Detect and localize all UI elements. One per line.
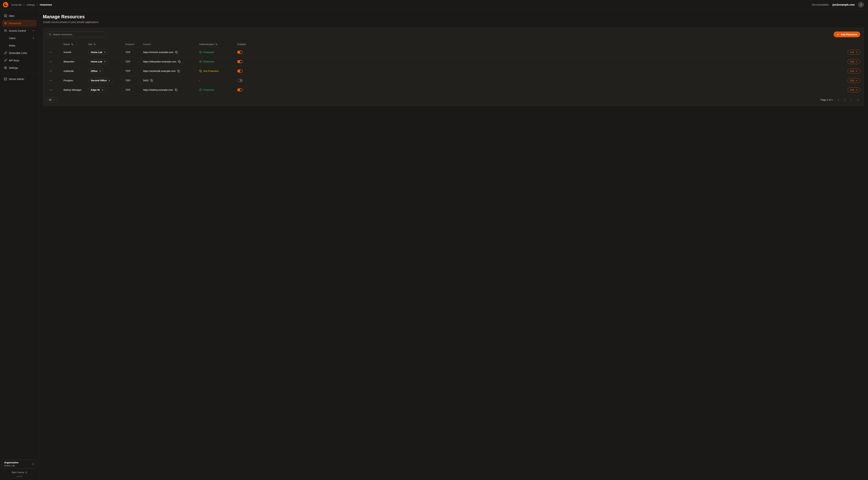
toggle-knob — [240, 70, 242, 72]
site-link-button[interactable]: Edge 01 — [88, 87, 106, 92]
next-page-button[interactable] — [849, 97, 854, 102]
edit-button[interactable]: Edit — [847, 50, 860, 55]
copy-icon — [177, 70, 180, 72]
app-logo-icon[interactable] — [3, 2, 9, 8]
breadcrumb-settings[interactable]: settings — [26, 3, 35, 6]
previous-page-button[interactable] — [842, 97, 847, 102]
toggle-knob — [238, 79, 240, 82]
copy-button[interactable] — [175, 51, 178, 54]
user-email[interactable]: joe@example.com — [832, 3, 855, 6]
chevron-right-icon — [32, 37, 35, 39]
copy-button[interactable] — [175, 89, 177, 91]
sidebar-item-access-control[interactable]: Access Control — [2, 27, 37, 34]
shield-check-icon — [199, 89, 202, 91]
chevron-right-icon — [23, 4, 25, 6]
site-link-button[interactable]: Second Office — [88, 78, 113, 83]
column-header-protocol: Protocol — [125, 43, 134, 46]
shield-check-icon — [199, 60, 202, 63]
row-menu-button[interactable] — [49, 60, 52, 63]
documentation-link[interactable]: Documentation — [812, 3, 829, 6]
sidebar-item-server-admin[interactable]: Server Admin — [2, 76, 37, 82]
breadcrumb-org[interactable]: home-lab — [11, 3, 22, 6]
enabled-toggle[interactable] — [237, 51, 243, 54]
access-url: https://authentik.example.com — [143, 70, 176, 72]
copy-icon — [175, 89, 177, 91]
sidebar-item-label: Shareable Links — [9, 52, 27, 55]
edit-button[interactable]: Edit — [847, 69, 860, 73]
search-input[interactable] — [53, 33, 104, 36]
sort-icon — [71, 43, 73, 46]
table-body: Immich Home Lab TCP https://immich.examp… — [47, 48, 860, 95]
enabled-toggle[interactable] — [237, 69, 243, 72]
site-link-button[interactable]: Home Lab — [88, 59, 108, 64]
sidebar: Sites Resources Access Control Users Rol… — [0, 9, 39, 157]
column-header-name[interactable]: Name — [63, 43, 73, 46]
sidebar-item-sites[interactable]: Sites — [2, 12, 37, 19]
auth-status: Protected — [199, 89, 214, 91]
sidebar-item-label: Roles — [9, 44, 16, 47]
arrow-up-right-icon — [99, 70, 101, 72]
plus-icon — [837, 33, 839, 36]
chevron-right-icon — [36, 4, 38, 6]
resources-card: Add Resource Name Site Protocol Access A… — [43, 28, 864, 106]
first-page-button[interactable] — [836, 97, 841, 102]
protocol-value: TCP — [125, 60, 143, 63]
resource-name: Authentik — [63, 70, 88, 72]
arrow-right-icon — [855, 70, 858, 72]
access-url: https://immich.example.com — [143, 51, 173, 54]
column-header-authentication[interactable]: Authentication — [199, 43, 218, 46]
table-row: Bitwarden Home Lab TCP https://bitwarden… — [47, 57, 860, 66]
key-icon — [4, 59, 7, 62]
shield-off-icon — [199, 70, 202, 72]
sidebar-item-label: Users — [9, 37, 16, 40]
sidebar-item-roles[interactable]: Roles — [2, 42, 37, 49]
sidebar-item-users[interactable]: Users — [2, 35, 37, 41]
edit-button[interactable]: Edit — [847, 87, 860, 92]
sidebar-item-resources[interactable]: Resources — [2, 20, 37, 27]
sidebar-divider — [0, 73, 39, 73]
enabled-toggle[interactable] — [237, 79, 243, 82]
search-box — [47, 31, 106, 37]
enabled-toggle[interactable] — [237, 60, 243, 63]
row-menu-button[interactable] — [49, 69, 52, 72]
users-icon — [4, 29, 7, 32]
column-header-site[interactable]: Site — [88, 43, 96, 46]
enabled-toggle[interactable] — [237, 88, 243, 91]
page-size-select[interactable]: 20 — [47, 97, 58, 102]
breadcrumb-current: resources — [40, 3, 52, 6]
chevrons-right-icon — [857, 99, 859, 101]
toggle-knob — [240, 89, 242, 91]
site-link-button[interactable]: Office — [88, 68, 104, 74]
add-resource-button[interactable]: Add Resource — [834, 31, 860, 37]
sort-icon — [215, 43, 218, 46]
table-row: Immich Home Lab TCP https://immich.examp… — [47, 48, 860, 57]
resource-name: Battery Manager — [63, 89, 88, 91]
shield-check-icon — [199, 51, 202, 54]
ellipsis-icon — [49, 69, 52, 72]
pagination-controls — [836, 97, 860, 102]
chevron-down-icon — [32, 29, 35, 32]
copy-button[interactable] — [177, 70, 180, 72]
copy-button[interactable] — [178, 60, 181, 63]
resources-icon — [4, 22, 7, 25]
edit-button[interactable]: Edit — [847, 59, 860, 64]
edit-button[interactable]: Edit — [847, 78, 860, 83]
table-row: Postgres Second Office TCP 5432 - Edit — [47, 76, 860, 85]
sidebar-item-shareable-links[interactable]: Shareable Links — [2, 50, 37, 56]
copy-button[interactable] — [150, 79, 153, 82]
avatar[interactable]: J — [858, 2, 864, 7]
last-page-button[interactable] — [855, 97, 860, 102]
sidebar-item-api-keys[interactable]: API Keys — [2, 57, 37, 64]
chevron-left-icon — [844, 99, 846, 101]
site-link-button[interactable]: Home Lab — [88, 50, 108, 55]
protocol-value: TCP — [125, 79, 143, 82]
row-menu-button[interactable] — [49, 88, 52, 91]
sidebar-item-settings[interactable]: Settings — [2, 64, 37, 71]
arrow-up-right-icon — [108, 80, 110, 82]
row-menu-button[interactable] — [49, 51, 52, 54]
topbar: home-lab settings resources Documentatio… — [0, 0, 868, 9]
access-url: https://battery.example.com — [143, 89, 173, 91]
sidebar-item-label: Resources — [9, 22, 21, 25]
protocol-value: TCP — [125, 70, 143, 72]
row-menu-button[interactable] — [49, 79, 52, 82]
